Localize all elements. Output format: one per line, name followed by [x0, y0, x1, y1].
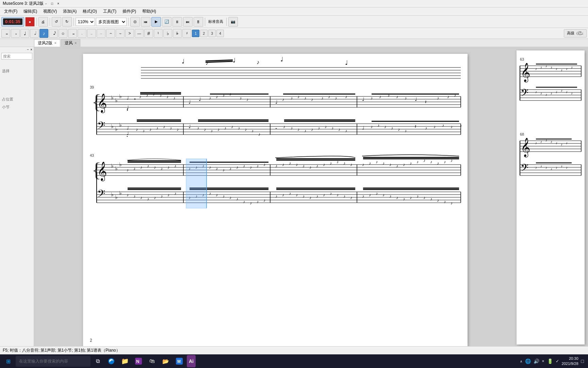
voice-4-button[interactable]: 4	[216, 30, 224, 37]
svg-text:♪: ♪	[545, 166, 547, 169]
taskbar-musescore-icon[interactable]: M	[173, 355, 185, 367]
taskbar-explorer-icon[interactable]: 📂	[160, 355, 172, 367]
play-mode-button[interactable]: ◎	[130, 17, 140, 27]
triple-dot-button[interactable]: ...	[97, 29, 105, 38]
taskbar-files-icon[interactable]: 📁	[119, 355, 131, 367]
accent-button[interactable]: >	[125, 29, 134, 38]
svg-text:♪: ♪	[257, 199, 259, 204]
svg-text:♪: ♪	[376, 159, 378, 164]
menu-format[interactable]: 格式(O)	[80, 8, 99, 15]
svg-text:♪: ♪	[561, 164, 562, 168]
rest-button[interactable]: —	[135, 29, 144, 38]
svg-text:♪: ♪	[170, 126, 172, 131]
menu-file[interactable]: 文件(F)	[1, 8, 20, 15]
start-button[interactable]: ⊞	[1, 354, 15, 368]
svg-text:♭: ♭	[115, 97, 118, 103]
svg-text:♪: ♪	[338, 127, 340, 132]
taskbar-edge-icon[interactable]	[105, 355, 117, 367]
taskbar-store-icon[interactable]: 🛍	[146, 355, 158, 367]
note-whole-button[interactable]: ○	[59, 29, 67, 38]
tie-button[interactable]: ⌢	[106, 29, 115, 38]
dotted-note-button[interactable]: .	[78, 29, 86, 38]
svg-text:♪: ♪	[551, 167, 552, 171]
svg-text:♪: ♪	[154, 195, 156, 200]
redo-button[interactable]: ↻	[62, 17, 72, 27]
score-page-main[interactable]: ♩ ♪ ♩ ♪ ♩ ♩ 39	[83, 54, 468, 346]
note-16th-button[interactable]: ♩	[20, 29, 29, 38]
taskbar-onenote-icon[interactable]: N	[132, 355, 145, 367]
tab-nifeng-close[interactable]: ×	[75, 41, 77, 45]
note-32nd-button[interactable]: 𝅝	[11, 29, 20, 38]
tray-notifications[interactable]: □	[581, 358, 584, 364]
tray-arrow[interactable]: ∧	[520, 359, 522, 363]
svg-text:𝄞: 𝄞	[521, 63, 530, 82]
voice-1-button[interactable]: 1	[192, 30, 199, 37]
menu-view[interactable]: 视图(V)	[40, 8, 60, 15]
tab-nifeng[interactable]: 逆风 ×	[61, 39, 81, 47]
note-breve-button[interactable]: 𝅜	[68, 29, 77, 38]
menu-add[interactable]: 添加(A)	[60, 8, 79, 15]
note-quarter-button[interactable]: ♪	[39, 29, 48, 38]
score-area[interactable]: ♩ ♪ ♩ ♪ ♩ ♩ 39	[34, 47, 588, 346]
window-controls[interactable]: － □ ×	[44, 1, 61, 6]
voice-3-button[interactable]: 3	[208, 30, 216, 37]
svg-text:♪: ♪	[571, 65, 573, 69]
view-mode-select[interactable]: 多页面视图 单页面视图	[96, 18, 127, 26]
svg-text:♪: ♪	[405, 128, 407, 133]
svg-text:♪: ♪	[540, 140, 542, 143]
svg-text:♪: ♪	[379, 94, 381, 99]
menu-edit[interactable]: 编辑(E)	[21, 8, 40, 15]
courtesy-button[interactable]: ♯	[182, 29, 191, 38]
taskbar-search[interactable]	[16, 356, 91, 367]
maximize-button[interactable]: □	[50, 1, 54, 6]
separator-6	[226, 18, 227, 26]
svg-text:♪: ♪	[330, 191, 332, 196]
tab-nifeng2-close[interactable]: ×	[54, 41, 56, 45]
minimize-button[interactable]: －	[44, 1, 48, 6]
note-half-button[interactable]: 𝅘𝅥𝅮	[49, 29, 58, 38]
svg-text:♪: ♪	[328, 94, 330, 99]
task-view-button[interactable]: ⧉	[92, 355, 104, 367]
svg-text:♪: ♪	[156, 126, 158, 131]
mixer-button[interactable]: 🎚	[194, 17, 203, 27]
menu-help[interactable]: 帮助(H)	[140, 8, 159, 15]
menu-plugins[interactable]: 插件(P)	[120, 8, 139, 15]
svg-text:♪: ♪	[396, 94, 398, 99]
svg-text:♪: ♪	[377, 123, 379, 128]
slur-button[interactable]: ⌣	[116, 29, 125, 38]
svg-text:♭: ♭	[111, 95, 114, 101]
skip-end-button[interactable]: ⏭	[183, 17, 193, 27]
note-eighth-button[interactable]: 𝅗𝅥	[30, 29, 39, 38]
loop-button[interactable]: 🔄	[162, 17, 172, 27]
record-button[interactable]: ●	[25, 17, 35, 27]
svg-text:♪: ♪	[416, 159, 419, 164]
double-dot-button[interactable]: ..	[87, 29, 96, 38]
search-input[interactable]	[1, 53, 32, 60]
natural-button[interactable]: ♮	[154, 29, 163, 38]
note-64th-button[interactable]: 𝅜	[1, 29, 10, 38]
panel-minimize[interactable]: −	[27, 48, 29, 51]
sharp-button[interactable]: #	[144, 29, 153, 38]
ai-label-taskbar[interactable]: Ai	[187, 355, 196, 367]
measure-39-label: 39	[90, 85, 94, 89]
close-button[interactable]: ×	[56, 1, 61, 6]
menu-tools[interactable]: 工具(T)	[100, 8, 119, 15]
panel-close[interactable]: ×	[30, 48, 32, 51]
svg-text:♪: ♪	[376, 191, 378, 196]
svg-text:♭: ♭	[119, 190, 122, 196]
voice-2-button[interactable]: 2	[200, 30, 208, 37]
page-number-label: 2	[90, 338, 92, 343]
metronome-button[interactable]: ⏸	[173, 17, 182, 27]
screenshot-button[interactable]: 📷	[228, 17, 238, 27]
rewind-button[interactable]: ⏮	[141, 17, 150, 27]
zoom-select[interactable]: 110% 100% 125% 150%	[76, 18, 95, 26]
play-button[interactable]: ▶	[151, 17, 161, 27]
undo-button[interactable]: ↺	[52, 17, 61, 27]
svg-text:♭: ♭	[111, 123, 114, 129]
svg-text:♪: ♪	[229, 195, 231, 200]
tab-nifeng2[interactable]: 逆风2版 ×	[34, 39, 60, 47]
advanced-button[interactable]: 高级（已↓	[564, 29, 587, 37]
flat-button[interactable]: ♭	[163, 29, 172, 38]
double-flat-button[interactable]: 𝄫	[173, 29, 182, 38]
print-button[interactable]: 🖨	[38, 17, 48, 27]
